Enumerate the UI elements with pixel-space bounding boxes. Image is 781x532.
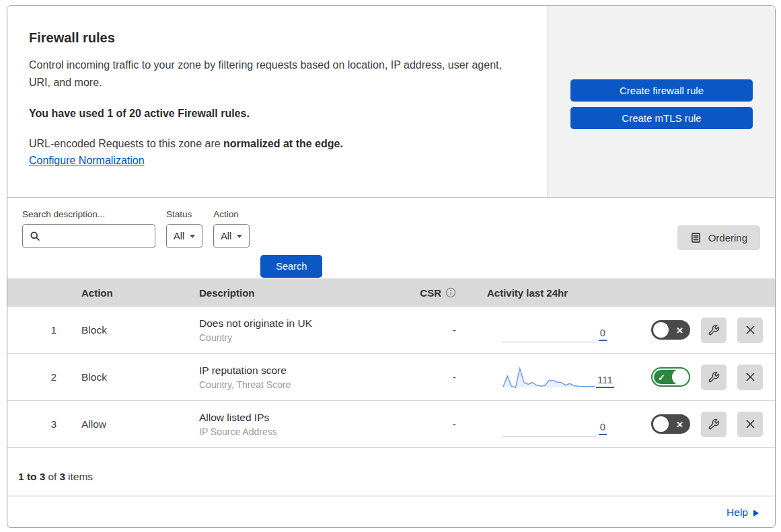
rule-criteria: Country, Threat Score <box>199 379 398 390</box>
table-header: Action Description CSR Activity last 24h… <box>7 278 775 307</box>
edit-rule-button[interactable] <box>701 412 727 437</box>
rule-description: IP reputation score Country, Threat Scor… <box>186 365 398 390</box>
pagination-of: of <box>48 471 57 483</box>
rule-controls: ✓ ✕ <box>623 365 775 390</box>
close-icon <box>745 324 756 336</box>
help-bar: Help <box>7 496 775 528</box>
delete-rule-button[interactable] <box>737 365 763 390</box>
arrow-right-icon <box>753 510 759 517</box>
rule-description: Does not originate in UK Country <box>186 317 398 343</box>
toggle-knob <box>653 416 669 432</box>
search-input[interactable] <box>45 231 148 241</box>
rule-enabled-toggle[interactable]: ✓ ✕ <box>651 367 690 387</box>
usage-notice: You have used 1 of 20 active Firewall ru… <box>29 108 521 120</box>
rule-enabled-toggle[interactable]: ✓ ✕ <box>651 414 690 434</box>
status-value: All <box>174 231 184 241</box>
rule-description-title: IP reputation score <box>199 365 398 377</box>
ordering-button-label: Ordering <box>708 232 747 243</box>
normalization-emphasis: normalized at the edge. <box>223 138 343 149</box>
rule-criteria: IP Source Address <box>199 426 398 437</box>
rule-action: Block <box>68 324 186 336</box>
table-row: 1 Block Does not originate in UK Country… <box>7 307 775 354</box>
page-title: Firewall rules <box>29 30 521 46</box>
intro-block: Firewall rules Control incoming traffic … <box>7 6 548 197</box>
search-label: Search description... <box>22 209 155 219</box>
chevron-down-icon <box>237 235 242 238</box>
delete-rule-button[interactable] <box>737 412 763 437</box>
activity-count-link[interactable]: 0 <box>599 327 607 341</box>
action-select[interactable]: All <box>213 224 250 248</box>
rule-description-title: Does not originate in UK <box>199 317 398 330</box>
toggle-knob <box>653 322 669 338</box>
rule-description-title: Allow listed IPs <box>199 412 398 424</box>
ordering-list-icon <box>690 232 702 243</box>
overview-section: Firewall rules Control incoming traffic … <box>7 6 775 198</box>
rule-controls: ✓ ✕ <box>623 317 775 343</box>
toggle-check-icon: ✓ <box>658 373 665 381</box>
search-icon <box>30 231 40 241</box>
wrench-icon <box>708 418 720 430</box>
toggle-knob <box>672 369 687 385</box>
page-description: Control incoming traffic to your zone by… <box>29 56 508 91</box>
actions-panel: Create firewall rule Create mTLS rule <box>548 6 775 197</box>
create-mtls-rule-button[interactable]: Create mTLS rule <box>570 107 753 129</box>
column-header-description: Description <box>186 287 398 299</box>
rule-priority: 3 <box>7 418 68 430</box>
rule-priority: 1 <box>7 324 68 336</box>
rule-activity: 0 <box>458 318 623 342</box>
activity-sparkline <box>502 365 596 389</box>
action-label: Action <box>213 209 250 219</box>
firewall-rules-panel: Firewall rules Control incoming traffic … <box>7 5 776 528</box>
rule-csr-value: - <box>398 324 458 336</box>
create-firewall-rule-button[interactable]: Create firewall rule <box>570 79 753 102</box>
filter-bar: Search description... Status All Action … <box>7 198 775 278</box>
ordering-button[interactable]: Ordering <box>677 225 760 250</box>
edit-rule-button[interactable] <box>701 365 727 390</box>
rule-activity: 0 <box>458 412 623 436</box>
column-header-activity: Activity last 24hr <box>458 287 623 299</box>
activity-sparkline-flat <box>502 325 596 342</box>
activity-count-link[interactable]: 0 <box>599 421 607 435</box>
activity-sparkline-flat <box>502 419 596 436</box>
rule-criteria: Country <box>199 332 398 343</box>
rule-priority: 2 <box>7 371 68 383</box>
pagination-items: items <box>68 471 93 483</box>
activity-count-link[interactable]: 111 <box>596 374 614 388</box>
normalization-text: URL-encoded Requests to this zone are no… <box>29 138 521 150</box>
rule-description: Allow listed IPs IP Source Address <box>186 412 398 437</box>
pagination-bar: 1 to 3 of 3 items <box>7 448 775 496</box>
toggle-x-icon: ✕ <box>676 420 683 428</box>
rule-enabled-toggle[interactable]: ✓ ✕ <box>651 320 690 340</box>
column-header-csr: CSR <box>398 287 458 299</box>
pagination-range: 1 to 3 <box>18 471 45 483</box>
configure-normalization-link[interactable]: Configure Normalization <box>29 155 145 166</box>
wrench-icon <box>708 371 720 383</box>
search-button[interactable]: Search <box>260 255 322 278</box>
status-label: Status <box>166 209 202 219</box>
table-row: 3 Allow Allow listed IPs IP Source Addre… <box>7 401 775 448</box>
table-row: 2 Block IP reputation score Country, Thr… <box>7 354 775 401</box>
rule-action: Allow <box>68 418 186 430</box>
close-icon <box>745 418 756 430</box>
status-select[interactable]: All <box>166 224 202 248</box>
column-header-action: Action <box>68 287 186 299</box>
help-link-label: Help <box>727 506 748 519</box>
normalization-prefix: URL-encoded Requests to this zone are <box>29 138 223 149</box>
search-box[interactable] <box>22 224 155 248</box>
close-icon <box>745 371 756 383</box>
rule-csr-value: - <box>398 418 458 430</box>
rule-activity: 111 <box>458 365 623 389</box>
wrench-icon <box>708 324 720 336</box>
chevron-down-icon <box>190 235 195 238</box>
rule-action: Block <box>68 371 186 383</box>
delete-rule-button[interactable] <box>737 317 763 343</box>
rule-csr-value: - <box>398 371 458 383</box>
edit-rule-button[interactable] <box>701 317 727 343</box>
pagination-total: 3 <box>59 471 65 483</box>
info-icon[interactable] <box>445 287 456 298</box>
rule-controls: ✓ ✕ <box>623 412 775 437</box>
toggle-x-icon: ✕ <box>676 326 683 334</box>
help-link[interactable]: Help <box>727 506 759 519</box>
action-value: All <box>221 231 231 241</box>
